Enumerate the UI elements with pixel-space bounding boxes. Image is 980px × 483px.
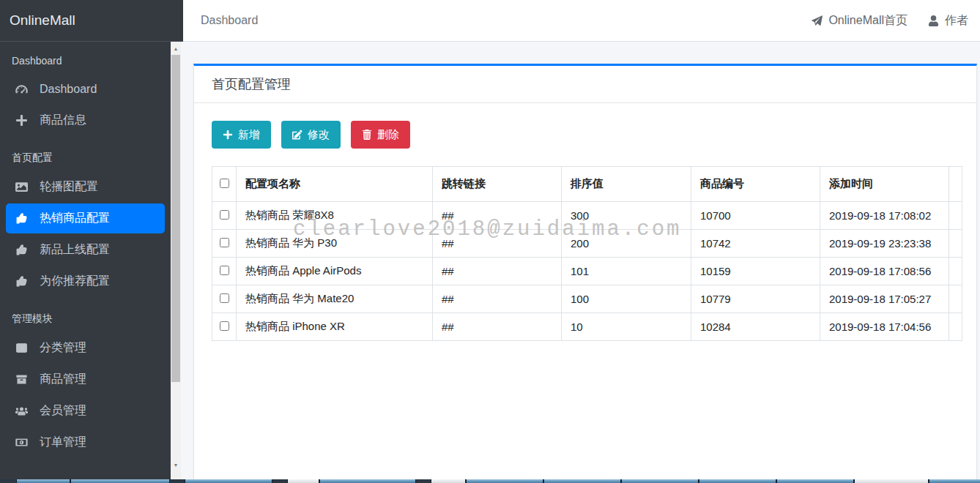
cell-spacer [949,202,962,230]
cell-added: 2019-09-18 17:08:02 [820,202,949,230]
scrollbar-down-arrow[interactable]: ▼ [171,460,181,471]
list-icon [13,342,29,354]
cell-goods_no: 10284 [691,313,820,341]
sidebar-item-label: 商品管理 [40,372,86,387]
row-checkbox[interactable] [220,266,229,275]
sidebar-item-label: 热销商品配置 [40,211,110,226]
column-header: 配置项名称 [237,167,433,202]
column-header: 商品编号 [691,167,820,202]
column-header-spacer [949,167,962,202]
sidebar-item-carousel-config[interactable]: 轮播图配置 [6,172,165,202]
taskbar-segment [466,479,543,483]
edit-icon [292,130,302,140]
toolbar: 新增修改删除 [194,103,976,149]
sidebar-scrollbar[interactable]: ▲ ▼ [171,42,181,479]
add-button[interactable]: 新增 [212,121,271,149]
row-checkbox[interactable] [220,210,229,220]
sidebar-item-recommend-config[interactable]: 为你推荐配置 [6,266,165,296]
table-row[interactable]: 热销商品 iPhone XR##10102842019-09-18 17:04:… [212,313,962,341]
sidebar-item-label: 会员管理 [40,403,86,419]
cell-sort: 100 [562,285,691,313]
taskbar-segment [621,479,699,483]
sidebar-item-dashboard[interactable]: Dashboard [6,74,165,104]
add-button-label: 新增 [238,128,260,142]
sidebar-item-hot-goods-config[interactable]: 热销商品配置 [6,203,165,233]
cell-name: 热销商品 iPhone XR [237,313,433,341]
cell-sort: 300 [562,202,691,230]
row-checkbox[interactable] [220,238,229,247]
dashboard-icon [13,83,29,95]
cell-sort: 200 [562,230,691,258]
sidebar-item-member-mgmt[interactable]: 会员管理 [6,396,165,426]
sidebar-item-label: 轮播图配置 [40,179,98,195]
row-checkbox[interactable] [220,293,229,303]
sidebar-section-header: 管理模块 [6,304,165,332]
brand-logo[interactable]: OnlineMall [0,0,183,42]
edit-button-label: 修改 [308,128,330,142]
taskbar-segment [431,479,466,483]
sidebar-item-label: 新品上线配置 [40,242,110,258]
scrollbar-up-arrow[interactable]: ▲ [171,43,181,54]
cell-name: 热销商品 Apple AirPods [237,258,433,285]
config-card: 首页配置管理 新增修改删除 配置项名称跳转链接排序值商品编号添加时间热销商品 荣… [193,64,977,479]
thumbs-up-icon [13,212,29,225]
cell-link: ## [433,285,562,313]
sidebar-item-label: 商品信息 [40,113,86,128]
home-link-label: OnlineMall首页 [828,13,907,29]
cell-sort: 101 [562,258,691,285]
cell-link: ## [433,313,562,341]
cell-sort: 10 [562,313,691,341]
table-row[interactable]: 热销商品 Apple AirPods##101101592019-09-18 1… [212,258,962,285]
taskbar-segment [776,479,854,483]
cell-name: 热销商品 华为 Mate20 [237,285,433,313]
sidebar-item-label: 为你推荐配置 [40,274,110,289]
cell-spacer [949,258,962,285]
scrollbar-thumb[interactable] [171,55,180,382]
author-link[interactable]: 作者 [928,13,968,29]
author-link-label: 作者 [945,13,968,29]
sidebar-section-header: 首页配置 [6,143,165,171]
cell-spacer [949,313,962,341]
config-table-wrap: 配置项名称跳转链接排序值商品编号添加时间热销商品 荣耀8X8##30010700… [212,166,959,341]
taskbar-segment [543,479,621,483]
image-icon [13,181,29,193]
main-content: 首页配置管理 新增修改删除 配置项名称跳转链接排序值商品编号添加时间热销商品 荣… [181,42,980,479]
sidebar-item-label: 订单管理 [40,435,86,450]
cell-spacer [949,230,962,258]
sidebar-item-goods-mgmt[interactable]: 商品管理 [6,364,165,394]
cell-added: 2019-09-19 23:23:38 [820,230,949,258]
taskbar-segment [319,479,416,483]
breadcrumb: Dashboard [201,14,258,27]
sidebar-item-order-mgmt[interactable]: 订单管理 [6,427,165,457]
row-checkbox[interactable] [220,321,229,331]
sidebar-item-label: 分类管理 [40,340,86,356]
taskbar-segment [287,479,319,483]
column-header: 添加时间 [820,167,949,202]
taskbar-segment [699,479,776,483]
table-row[interactable]: 热销商品 华为 P30##200107422019-09-19 23:23:38 [212,230,962,258]
sidebar-item-new-goods-config[interactable]: 新品上线配置 [6,235,165,265]
edit-button[interactable]: 修改 [281,121,341,149]
table-row[interactable]: 热销商品 荣耀8X8##300107002019-09-18 17:08:02 [212,202,962,230]
taskbar-strip [0,479,980,483]
sidebar-item-goods-info[interactable]: 商品信息 [6,105,165,135]
cell-goods_no: 10159 [691,258,820,285]
sidebar-section-header: Dashboard [6,46,165,72]
cell-link: ## [433,230,562,258]
plus-icon [13,114,29,127]
config-table: 配置项名称跳转链接排序值商品编号添加时间热销商品 荣耀8X8##30010700… [212,166,962,341]
table-row[interactable]: 热销商品 华为 Mate20##100107792019-09-18 17:05… [212,285,962,313]
cell-added: 2019-09-18 17:05:27 [820,285,949,313]
table-header-row: 配置项名称跳转链接排序值商品编号添加时间 [212,167,962,202]
plus-icon [223,130,233,140]
sidebar-nav: DashboardDashboard商品信息首页配置轮播图配置热销商品配置新品上… [0,42,171,479]
taskbar-segment [70,479,170,483]
sidebar-item-category-mgmt[interactable]: 分类管理 [6,333,165,363]
home-link[interactable]: OnlineMall首页 [812,13,907,29]
cell-goods_no: 10779 [691,285,820,313]
page-title: 首页配置管理 [194,66,976,103]
box-icon [13,373,29,386]
select-all-checkbox[interactable] [220,179,229,188]
taskbar-segment [16,479,70,483]
delete-button[interactable]: 删除 [351,121,410,149]
